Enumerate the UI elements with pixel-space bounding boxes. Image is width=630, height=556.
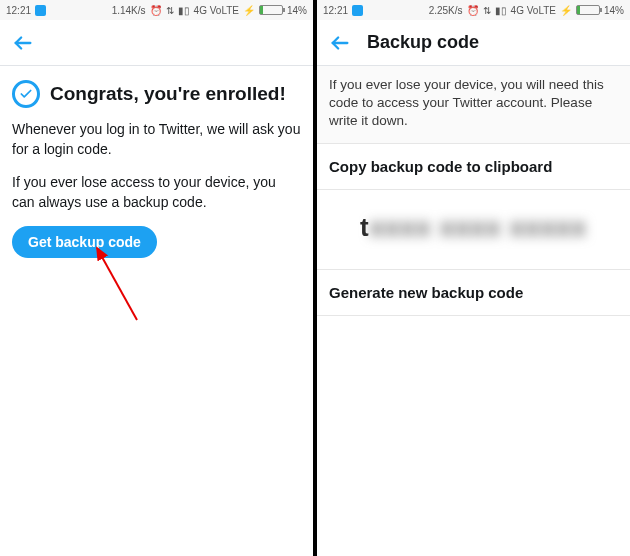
- content-area: Congrats, you're enrolled! Whenever you …: [0, 66, 313, 272]
- status-time: 12:21: [323, 5, 348, 16]
- body-text-2: If you ever lose access to your device, …: [12, 173, 301, 212]
- charging-icon: ⚡: [243, 5, 255, 16]
- code-prefix: t: [360, 212, 370, 242]
- info-text: If you ever lose your device, you will n…: [317, 66, 630, 143]
- twitter-notif-icon: [35, 5, 46, 16]
- twitter-notif-icon: [352, 5, 363, 16]
- get-backup-code-button[interactable]: Get backup code: [12, 226, 157, 258]
- screen-backup-code: 12:21 2.25K/s ⏰ ⇅ ▮▯ 4G VoLTE ⚡ 14% Back…: [317, 0, 630, 556]
- back-button[interactable]: [12, 32, 34, 54]
- status-network: 4G VoLTE: [194, 5, 239, 16]
- data-arrows-icon: ⇅: [166, 5, 174, 16]
- status-speed: 2.25K/s: [429, 5, 463, 16]
- status-bar: 12:21 2.25K/s ⏰ ⇅ ▮▯ 4G VoLTE ⚡ 14%: [317, 0, 630, 20]
- page-title: Backup code: [367, 32, 479, 53]
- page-title: Congrats, you're enrolled!: [50, 83, 286, 105]
- battery-icon: [259, 5, 283, 15]
- checkmark-circle-icon: [12, 80, 40, 108]
- backup-code-display: txxxx xxxx xxxxx: [317, 190, 630, 270]
- generate-new-code-row[interactable]: Generate new backup code: [317, 270, 630, 316]
- battery-icon: [576, 5, 600, 15]
- status-time: 12:21: [6, 5, 31, 16]
- status-speed: 1.14K/s: [112, 5, 146, 16]
- content-area: If you ever lose your device, you will n…: [317, 66, 630, 316]
- code-redacted-icon: xxxx xxxx xxxxx: [370, 212, 587, 242]
- alarm-icon: ⏰: [150, 5, 162, 16]
- status-battery: 14%: [604, 5, 624, 16]
- body-text-1: Whenever you log in to Twitter, we will …: [12, 120, 301, 159]
- copy-backup-code-row[interactable]: Copy backup code to clipboard: [317, 143, 630, 190]
- app-bar: Backup code: [317, 20, 630, 66]
- app-bar: [0, 20, 313, 66]
- back-button[interactable]: [329, 32, 351, 54]
- alarm-icon: ⏰: [467, 5, 479, 16]
- status-bar: 12:21 1.14K/s ⏰ ⇅ ▮▯ 4G VoLTE ⚡ 14%: [0, 0, 313, 20]
- signal-icon: ▮▯: [495, 5, 507, 16]
- screen-enrolled: 12:21 1.14K/s ⏰ ⇅ ▮▯ 4G VoLTE ⚡ 14% Cong…: [0, 0, 313, 556]
- status-network: 4G VoLTE: [511, 5, 556, 16]
- status-battery: 14%: [287, 5, 307, 16]
- signal-icon: ▮▯: [178, 5, 190, 16]
- charging-icon: ⚡: [560, 5, 572, 16]
- data-arrows-icon: ⇅: [483, 5, 491, 16]
